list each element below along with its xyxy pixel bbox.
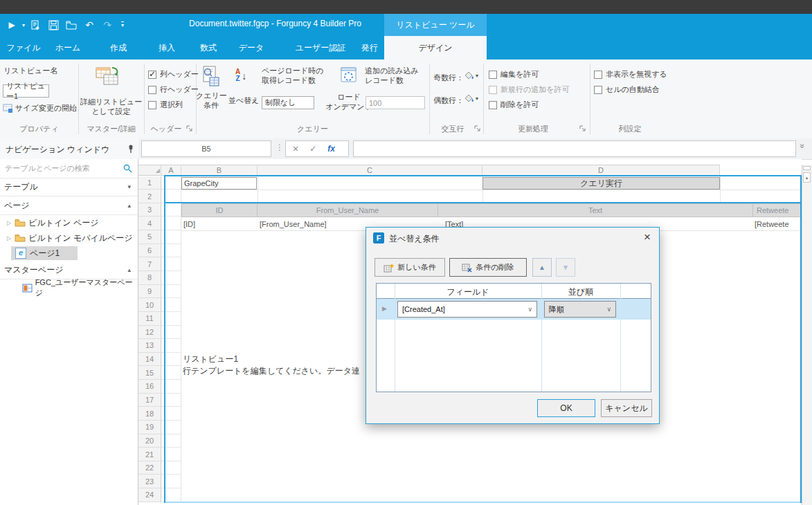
tab-数式[interactable]: 数式 [193, 36, 224, 59]
row-header-16[interactable]: 16 [138, 380, 161, 394]
tab-ユーザー認証[interactable]: ユーザー認証 [293, 36, 348, 59]
allow-edit-checkbox[interactable]: 編集を許可 [489, 69, 539, 80]
column-header-D[interactable]: D [482, 165, 720, 176]
ok-button[interactable]: OK [537, 399, 595, 417]
tab-作成[interactable]: 作成 [102, 36, 134, 59]
row-header-14[interactable]: 14 [138, 353, 161, 367]
order-combo[interactable]: 降順 ∨ [544, 301, 616, 318]
row-header-21[interactable]: 21 [138, 448, 161, 461]
row-header-20[interactable]: 20 [138, 434, 161, 448]
listview-border-left[interactable] [164, 175, 165, 503]
query-condition-button[interactable] [202, 66, 220, 90]
listview-header-id[interactable]: ID [181, 203, 258, 217]
listview-border-right[interactable] [800, 175, 802, 503]
select-all-corner[interactable]: ◢ [138, 165, 161, 176]
name-box[interactable]: B5 [141, 140, 271, 157]
delete-condition-button[interactable]: 条件の削除 [449, 258, 527, 277]
redo-button[interactable]: ↷ [101, 18, 114, 32]
move-up-button[interactable]: ▲ [532, 258, 552, 277]
field-column-header[interactable]: フィールド [395, 286, 541, 298]
nav-item-page1[interactable]: e ページ1 [0, 246, 138, 261]
close-icon[interactable]: × [644, 230, 651, 244]
row-header-13[interactable]: 13 [138, 339, 161, 353]
query-execute-button-cell[interactable]: クエリ実行 [482, 177, 720, 190]
pageload-count-input[interactable]: 制限なし [262, 96, 314, 109]
section-tables[interactable]: テーブル ▾ [0, 178, 138, 196]
save-button[interactable] [47, 18, 60, 32]
column-header-B[interactable]: B [181, 165, 258, 176]
expand-formula-bar-icon[interactable]: » [797, 144, 807, 149]
row-header-1[interactable]: 1 [138, 176, 161, 190]
query-condition-label-1[interactable]: クエリー [196, 91, 226, 101]
row-header-2[interactable]: 2 [138, 190, 161, 203]
listview-header-text[interactable]: Text [437, 203, 753, 217]
row-header-3[interactable]: 3 [138, 203, 161, 217]
insert-function-icon[interactable]: fx [327, 144, 335, 154]
set-detail-listview-label-1[interactable]: 詳細リストビュー [78, 97, 144, 107]
move-down-button[interactable]: ▼ [556, 258, 575, 277]
load-on-demand-button[interactable] [341, 67, 357, 86]
nav-item-builtin-mobile-pages[interactable]: ▷ ビルトイン モバイルページ [0, 230, 138, 246]
expander-icon[interactable]: ▷ [7, 220, 11, 226]
alternating-dialog-launcher[interactable] [473, 125, 481, 132]
listview-field-id[interactable]: [ID] [183, 217, 253, 230]
tab-発行[interactable]: 発行 [354, 36, 385, 59]
set-detail-listview-button[interactable] [96, 65, 120, 89]
cell-b1[interactable]: GrapeCity [181, 177, 257, 190]
row-header-11[interactable]: 11 [138, 312, 161, 326]
column-header-C[interactable]: C [258, 165, 482, 176]
tab-デザイン[interactable]: デザイン [384, 36, 487, 59]
sort-label[interactable]: 並べ替え [226, 95, 262, 106]
section-master-pages[interactable]: マスターページ ▴ [0, 261, 138, 279]
listview-field-retweeted[interactable]: [Retweete [755, 217, 802, 230]
selection-column-checkbox[interactable]: 選択列 [148, 100, 183, 110]
row-header-8[interactable]: 8 [138, 271, 161, 285]
row-header-19[interactable]: 19 [138, 421, 161, 434]
order-column-header[interactable]: 並び順 [541, 286, 620, 298]
allow-add-row-checkbox[interactable]: 新規行の追加を許可 [489, 84, 570, 95]
row-header-10[interactable]: 10 [138, 298, 161, 312]
cancel-button[interactable]: キャンセル [601, 399, 652, 417]
row-header-4[interactable]: 4 [138, 217, 161, 230]
new-condition-button[interactable]: 新しい条件 [375, 258, 445, 277]
tab-挿入[interactable]: 挿入 [152, 36, 182, 59]
cancel-entry-icon[interactable]: × [293, 143, 298, 154]
section-pages[interactable]: ページ ▴ [0, 196, 138, 215]
listview-border-bottom[interactable] [165, 502, 800, 503]
formula-input[interactable] [353, 140, 796, 157]
set-detail-listview-label-2[interactable]: として設定 [78, 107, 144, 117]
row-header-18[interactable]: 18 [138, 407, 161, 421]
search-input[interactable]: テーブルとページの検索 [0, 159, 138, 178]
confirm-entry-icon[interactable]: ✓ [309, 144, 316, 154]
field-combo[interactable]: [Created_At] ∨ [397, 301, 537, 318]
listview-header-from-user-name[interactable]: From_User_Name [257, 203, 438, 217]
nav-item-master-page[interactable]: FGC_ユーザーマスターページ [0, 279, 138, 296]
row-header-23[interactable]: 23 [138, 475, 161, 488]
scrollbar-split-handle[interactable] [803, 166, 811, 170]
open-button[interactable] [65, 18, 78, 32]
listview-header-retweeted[interactable]: Retweete [752, 203, 802, 217]
name-box-splitter[interactable]: ⋮ [276, 143, 284, 152]
tab-ホーム[interactable]: ホーム [51, 36, 84, 59]
row-header-checkbox[interactable]: 行ヘッダー [148, 84, 199, 95]
nav-item-builtin-pages[interactable]: ▷ ビルトイン ページ [0, 215, 138, 230]
run-button[interactable]: ▶ [6, 18, 18, 32]
undo-button[interactable]: ↶ [83, 18, 96, 32]
row-header-5[interactable]: 5 [138, 230, 161, 244]
sort-button[interactable]: AZ ↓ [235, 68, 246, 84]
row-header-7[interactable]: 7 [138, 257, 161, 271]
row-header-12[interactable]: 12 [138, 326, 161, 340]
resize-start-button[interactable]: サイズ変更の開始 [3, 103, 77, 113]
query-condition-label-2[interactable]: 条件 [196, 100, 226, 111]
update-dialog-launcher[interactable] [579, 125, 586, 132]
row-header-9[interactable]: 9 [138, 285, 161, 299]
run-dropdown[interactable]: ▾ [21, 18, 26, 32]
tab-ファイル[interactable]: ファイル [7, 36, 40, 59]
row-header-22[interactable]: 22 [138, 461, 161, 475]
allow-delete-checkbox[interactable]: 削除を許可 [489, 100, 539, 110]
ignore-hidden-checkbox[interactable]: 非表示を無視する [594, 69, 667, 80]
expander-icon[interactable]: ▷ [7, 235, 11, 241]
header-dialog-launcher[interactable] [186, 125, 193, 132]
pin-icon[interactable] [127, 144, 134, 154]
scroll-up-button[interactable]: ▲ [803, 172, 811, 183]
